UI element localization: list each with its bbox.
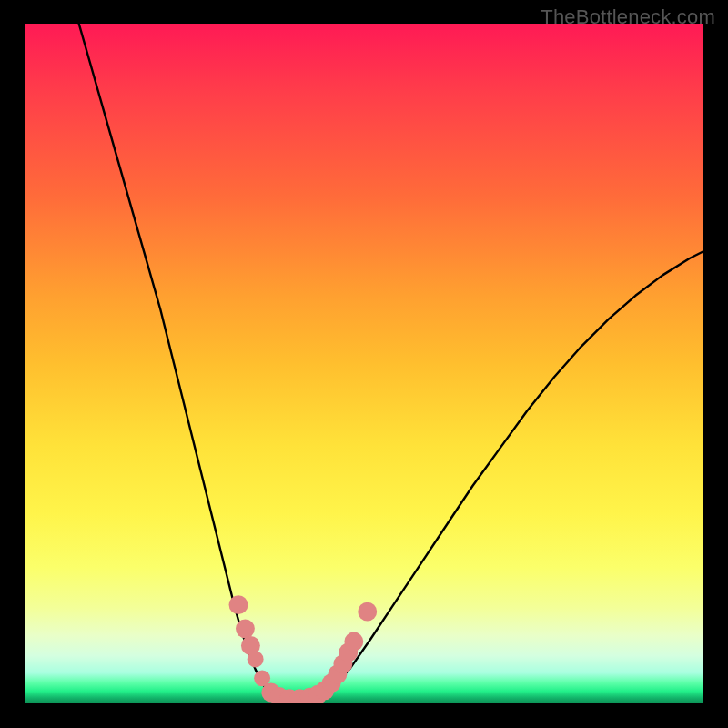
curve-marker	[248, 652, 264, 668]
bottleneck-curve	[79, 24, 703, 702]
watermark-text: TheBottleneck.com	[541, 5, 715, 29]
curve-markers	[229, 595, 378, 703]
chart-stage: TheBottleneck.com	[0, 0, 728, 728]
curve-layer	[25, 24, 703, 703]
curve-marker	[344, 632, 363, 652]
curve-marker	[236, 619, 255, 638]
curve-marker	[229, 595, 248, 614]
plot-area	[25, 24, 703, 703]
curve-marker	[358, 602, 377, 622]
